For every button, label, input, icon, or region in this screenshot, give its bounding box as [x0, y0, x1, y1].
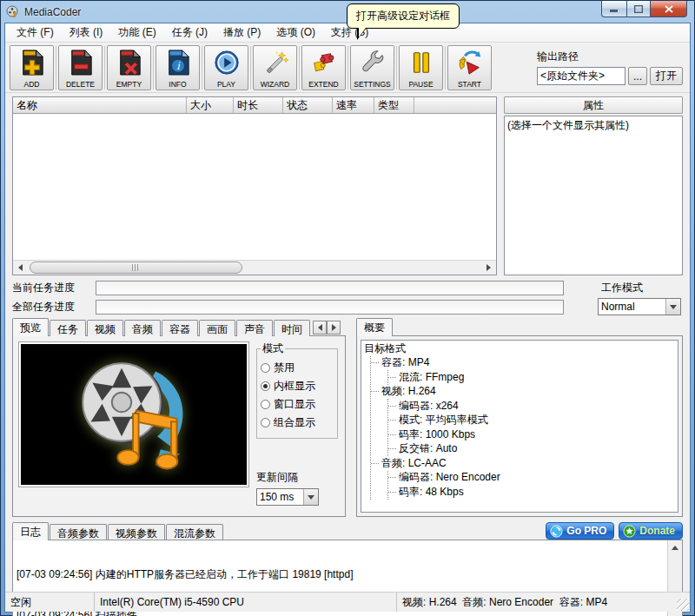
settings-button[interactable]: SETTINGS [350, 45, 394, 90]
mode-option-window[interactable]: 窗口显示 [261, 397, 334, 412]
menu-list[interactable]: 列表 (I) [62, 23, 111, 42]
tab-scroll-right-button[interactable] [327, 321, 341, 334]
mode-option-combined[interactable]: 组合显示 [261, 415, 334, 430]
tab-task[interactable]: 任务 [50, 320, 86, 336]
tab-mux-params[interactable]: 混流参数 [166, 524, 223, 540]
play-button[interactable]: PLAY [204, 45, 248, 90]
chevron-down-icon[interactable] [303, 489, 318, 505]
properties-header[interactable]: 属性 [504, 96, 683, 114]
tab-summary[interactable]: 概要 [356, 318, 393, 336]
mediacoder-logo [64, 354, 203, 475]
tree-node-audio-encoder[interactable]: 编码器: Nero Encoder [388, 471, 675, 486]
preview-mode-radio[interactable] [261, 400, 270, 409]
info-button[interactable]: i INFO [156, 45, 200, 90]
log-line: [07-03 09:24:56] 内建的HTTP服务器已经启动，工作于端口 19… [17, 568, 664, 582]
summary-tree[interactable]: 目标格式 容器: MP4 混流: FFmpeg 视频: H.264 编码器: x… [361, 340, 678, 513]
tree-node-audio-bitrate[interactable]: 码率: 48 Kbps [388, 485, 675, 500]
browse-button[interactable]: ... [628, 67, 647, 85]
tab-audio[interactable]: 音频 [124, 320, 161, 336]
status-state: 空闲 [5, 593, 95, 612]
minimize-button[interactable] [601, 1, 626, 17]
maximize-button[interactable] [626, 1, 650, 17]
mode-option-inline[interactable]: 内框显示 [261, 379, 334, 394]
properties-body: (选择一个文件显示其属性) [504, 116, 683, 275]
pause-button[interactable]: PAUSE [399, 45, 443, 90]
update-interval-select[interactable]: 150 ms [256, 488, 319, 506]
add-button[interactable]: ADD [10, 45, 54, 90]
tab-container[interactable]: 容器 [162, 320, 198, 336]
tab-video-params[interactable]: 视频参数 [108, 524, 165, 540]
tab-picture[interactable]: 画面 [199, 320, 235, 336]
start-button[interactable]: START [447, 45, 492, 90]
tree-node-container[interactable]: 容器: MP4 [371, 356, 675, 371]
preview-mode-radio[interactable] [261, 363, 270, 373]
client-area: 文件 (F) 列表 (I) 功能 (E) 任务 (J) 播放 (P) 选项 (O… [4, 23, 691, 613]
work-mode-select[interactable]: Normal [598, 298, 681, 315]
preview-mode-radio[interactable] [261, 418, 270, 427]
horizontal-scrollbar[interactable] [13, 260, 496, 275]
tab-scroll-left-button[interactable] [313, 321, 327, 334]
summary-tabstrip: 概要 [356, 318, 683, 336]
delete-button[interactable]: DELETE [58, 45, 103, 90]
output-path-input[interactable] [537, 67, 626, 85]
preview-screen [18, 341, 249, 487]
scroll-left-button[interactable] [13, 261, 28, 275]
bottom-tabstrip: 日志 音频参数 视频参数 混流参数 Go PRO [12, 522, 683, 540]
tree-node-audio[interactable]: 音频: LC-AAC [371, 456, 675, 471]
wrench-icon [360, 46, 386, 80]
column-name[interactable]: 名称 [13, 97, 187, 114]
resize-grip[interactable] [677, 599, 689, 611]
close-button[interactable] [650, 1, 687, 17]
menu-features[interactable]: 功能 (E) [110, 23, 163, 42]
tab-video[interactable]: 视频 [87, 320, 123, 336]
file-list-body[interactable] [13, 114, 496, 260]
tab-audio-params[interactable]: 音频参数 [50, 524, 107, 540]
column-size[interactable]: 大小 [187, 97, 234, 114]
file-list[interactable]: 名称 大小 时长 状态 速率 类型 [12, 96, 497, 275]
mode-option-disable[interactable]: 禁用 [261, 361, 334, 375]
scroll-right-button[interactable] [481, 261, 496, 275]
output-path-block: 输出路径 ... 打开 [537, 50, 683, 85]
menu-playback[interactable]: 播放 (P) [215, 23, 268, 42]
menu-file[interactable]: 文件 (F) [9, 23, 62, 42]
tree-node-video[interactable]: 视频: H.264 [371, 385, 675, 400]
column-rate[interactable]: 速率 [333, 97, 374, 114]
extend-button[interactable]: EXTEND [301, 45, 346, 90]
tab-preview[interactable]: 预览 [12, 318, 49, 336]
wizard-button[interactable]: WIZARD [253, 45, 297, 90]
preview-mode-radio[interactable] [261, 381, 270, 391]
tree-node-muxer[interactable]: 混流: FFmpeg [388, 370, 675, 385]
go-pro-button[interactable]: Go PRO [546, 522, 614, 540]
donate-star-icon [623, 525, 636, 538]
menu-tasks[interactable]: 任务 (J) [164, 23, 215, 42]
scroll-up-button[interactable] [668, 540, 682, 554]
empty-button[interactable]: EMPTY [107, 45, 151, 90]
puzzle-icon [311, 46, 337, 80]
scroll-track[interactable] [28, 261, 481, 275]
tree-root[interactable]: 目标格式 [364, 341, 675, 356]
tree-node-video-encoder[interactable]: 编码器: x264 [388, 399, 675, 414]
open-folder-button[interactable]: 打开 [650, 67, 683, 85]
column-type[interactable]: 类型 [374, 97, 414, 114]
summary-notebook: 概要 目标格式 容器: MP4 混流: FFmpeg 视频: H.264 编码器… [356, 318, 683, 517]
window-title: MediaCoder [24, 6, 81, 18]
donate-button[interactable]: Donate [619, 522, 683, 540]
current-progress-bar [96, 281, 564, 295]
file-list-header: 名称 大小 时长 状态 速率 类型 [13, 97, 496, 114]
tab-time[interactable]: 时间 [274, 320, 310, 336]
column-status[interactable]: 状态 [283, 97, 333, 114]
column-duration[interactable]: 时长 [234, 97, 283, 114]
preview-tabstrip: 预览 任务 视频 音频 容器 画面 声音 时间 [12, 318, 346, 336]
empty-list-icon [116, 46, 142, 80]
tab-sound[interactable]: 声音 [236, 320, 273, 336]
tree-node-video-mode[interactable]: 模式: 平均码率模式 [388, 414, 675, 428]
tab-log[interactable]: 日志 [12, 522, 49, 540]
summary-tab-content: 目标格式 容器: MP4 混流: FFmpeg 视频: H.264 编码器: x… [356, 335, 683, 517]
toolbar: ADD DELETE [5, 43, 690, 93]
chevron-down-icon[interactable] [665, 299, 680, 315]
status-cpu: Intel(R) Core(TM) i5-4590 CPU [95, 593, 397, 612]
menu-options[interactable]: 选项 (O) [268, 23, 323, 42]
tree-node-deinterlace[interactable]: 反交错: Auto [388, 442, 675, 457]
scroll-thumb[interactable] [30, 262, 242, 274]
tree-node-video-bitrate[interactable]: 码率: 1000 Kbps [388, 427, 675, 442]
